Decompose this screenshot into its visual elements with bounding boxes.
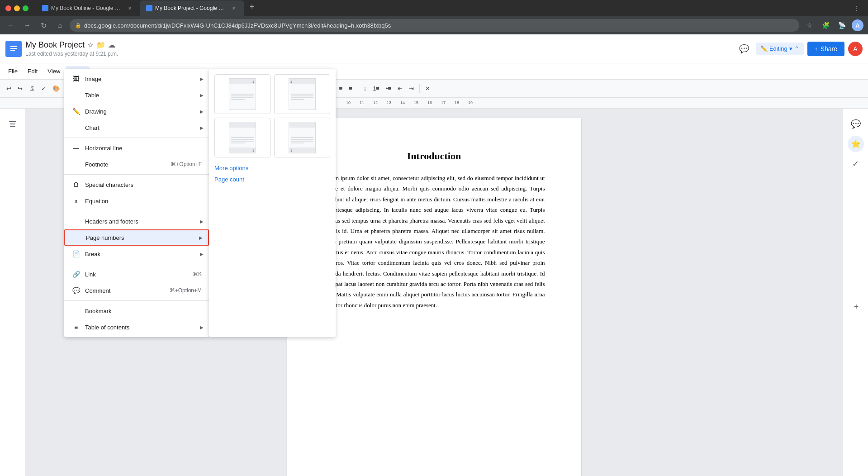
tab-2-close[interactable]: ✕ (230, 5, 237, 12)
tab-1-close[interactable]: ✕ (126, 5, 133, 12)
menu-item-headers-footers[interactable]: Headers and footers (64, 213, 209, 229)
new-tab-button[interactable]: + (246, 0, 258, 13)
page-num-bottom-left[interactable]: 1 (274, 118, 330, 157)
share-button[interactable]: ↑ Share (807, 42, 844, 56)
chrome-menu-button[interactable]: ⋮ (850, 2, 863, 14)
table-menu-label: Table (85, 92, 99, 99)
menu-item-image[interactable]: 🖼 Image (64, 71, 209, 87)
align-right-button[interactable]: ≡ (336, 82, 345, 95)
menu-file[interactable]: File (4, 66, 22, 76)
preview-line (291, 99, 304, 100)
svg-text:11: 11 (360, 100, 364, 105)
menu-item-drawing[interactable]: ✏️ Drawing (64, 103, 209, 119)
decrease-indent-button[interactable]: ⇤ (395, 82, 405, 95)
drawing-menu-icon: ✏️ (71, 107, 81, 116)
maximize-button[interactable] (23, 5, 28, 11)
menu-item-special-chars[interactable]: Ω Special characters (64, 176, 209, 193)
cloud-icon[interactable]: ☁ (108, 41, 115, 49)
print-button[interactable]: 🖨 (26, 82, 38, 95)
star-icon[interactable]: ☆ (87, 41, 94, 49)
menu-item-link[interactable]: 🔗 Link ⌘K (64, 266, 209, 282)
right-expand-icon[interactable]: + (848, 299, 864, 315)
insert-menu-dropdown: 🖼 Image Table ▶ ✏️ Drawing Chart ▶ — Hor… (64, 69, 336, 337)
link-shortcut: ⌘K (193, 271, 202, 277)
align-justify-button[interactable]: ≡ (346, 82, 355, 95)
close-button[interactable] (5, 5, 11, 11)
preview-line (231, 137, 254, 138)
svg-text:16: 16 (427, 100, 432, 105)
headers-label: Headers and footers (85, 218, 202, 225)
cast-button[interactable]: 📡 (835, 19, 848, 32)
menu-item-bookmark[interactable]: Bookmark (64, 303, 209, 319)
home-button[interactable]: ⌂ (53, 19, 66, 32)
divider-4 (64, 264, 209, 264)
paint-format-button[interactable]: 🎨 (50, 82, 62, 95)
redo-button[interactable]: ↪ (15, 82, 25, 95)
browser-tabs: My Book Outline - Google Doc... ✕ My Boo… (36, 0, 846, 16)
page-numbers-submenu: 1 1 (209, 69, 336, 337)
sidebar-outline-icon[interactable] (5, 116, 21, 132)
line-spacing-button[interactable]: ↕ (361, 82, 370, 95)
address-bar: ← → ↻ ⌂ 🔒 docs.google.com/document/d/1jw… (0, 16, 868, 34)
menu-item-break[interactable]: 📄 Break (64, 246, 209, 262)
clear-formatting-button[interactable]: ✕ (422, 82, 433, 95)
doc-heading: Introduction (323, 150, 545, 162)
right-star-icon[interactable]: ⭐ (848, 136, 864, 152)
menu-edit[interactable]: Edit (23, 66, 42, 76)
increase-indent-button[interactable]: ⇥ (406, 82, 417, 95)
preview-line (231, 139, 254, 140)
folder-icon[interactable]: 📁 (96, 41, 105, 49)
svg-text:13: 13 (387, 100, 391, 105)
preview-header-1: 1 (229, 79, 256, 84)
user-avatar[interactable]: A (848, 42, 863, 56)
menu-item-footnote[interactable]: Footnote ⌘+Option+F (64, 156, 209, 172)
bookmark-star-button[interactable]: ☆ (803, 19, 816, 32)
menu-item-comment[interactable]: 💬 Comment ⌘+Option+M (64, 282, 209, 299)
tab-2[interactable]: My Book Project - Google Doc... ✕ (140, 0, 244, 16)
forward-button[interactable]: → (21, 19, 33, 32)
url-bar[interactable]: 🔒 docs.google.com/document/d/1jwDCFxlxW4… (70, 19, 799, 32)
numbered-list-button[interactable]: 1≡ (370, 82, 382, 95)
menu-view[interactable]: View (43, 66, 65, 76)
more-options-link[interactable]: More options (214, 163, 330, 173)
right-comment-icon[interactable]: 💬 (848, 116, 864, 132)
tab-1[interactable]: My Book Outline - Google Doc... ✕ (36, 0, 140, 16)
menu-item-toc[interactable]: ≡ Table of contents (64, 319, 209, 335)
editing-mode-button[interactable]: ✏️ Editing ▾ ⌃ (756, 43, 804, 55)
page-num-bottom-right[interactable]: 1 (214, 118, 270, 157)
docs-logo (5, 41, 22, 57)
minimize-button[interactable] (14, 5, 20, 11)
comment-label: Comment (85, 287, 165, 294)
chrome-profile-avatar[interactable]: A (852, 19, 863, 31)
tab-2-favicon (146, 5, 152, 11)
extensions-button[interactable]: 🧩 (819, 19, 832, 32)
pencil-icon: ✏️ (760, 45, 768, 52)
lock-icon: 🔒 (75, 23, 81, 29)
menu-item-page-numbers[interactable]: Page numbers (64, 229, 209, 246)
page-num-top-left[interactable]: 1 (274, 74, 330, 114)
menu-item-table[interactable]: Table ▶ (64, 87, 209, 103)
menu-item-equation[interactable]: π Equation (64, 193, 209, 209)
refresh-button[interactable]: ↻ (37, 19, 50, 32)
svg-text:19: 19 (468, 100, 473, 105)
bullet-list-button[interactable]: •≡ (383, 82, 394, 95)
image-menu-icon: 🖼 (71, 74, 81, 83)
comment-menu-icon: 💬 (71, 286, 81, 295)
preview-line (291, 95, 313, 96)
page-count-link[interactable]: Page count (214, 174, 330, 185)
right-sidebar: 💬 ⭐ ✓ + (843, 109, 868, 476)
menu-item-chart[interactable]: Chart ▶ (64, 119, 209, 136)
page-num-top-right[interactable]: 1 (214, 74, 270, 114)
spellcheck-button[interactable]: ✓ (38, 82, 49, 95)
title-bar: My Book Outline - Google Doc... ✕ My Boo… (0, 0, 868, 16)
preview-line (291, 97, 313, 98)
svg-rect-2 (10, 48, 17, 49)
menu-item-horizontal-line[interactable]: — Horizontal line (64, 140, 209, 156)
preview-line (291, 143, 304, 143)
right-check-icon[interactable]: ✓ (848, 156, 864, 172)
undo-button[interactable]: ↩ (4, 82, 14, 95)
toc-label: Table of contents (85, 324, 202, 331)
back-button[interactable]: ← (5, 19, 17, 32)
comment-button[interactable]: 💬 (736, 41, 752, 57)
url-text: docs.google.com/document/d/1jwDCFxlxW4G-… (84, 22, 794, 29)
